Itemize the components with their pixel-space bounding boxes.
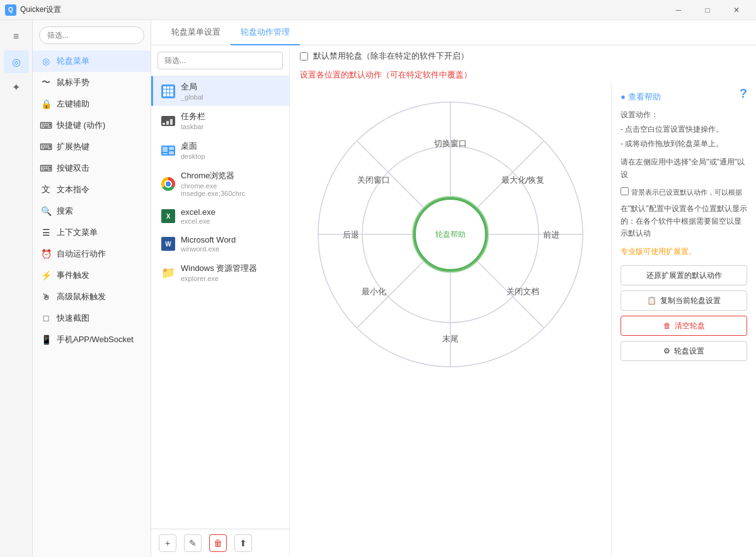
app-search-input[interactable] — [158, 52, 283, 69]
sidebar-item-label: 搜索 — [57, 205, 73, 217]
sidebar-item-label: 上下文菜单 — [57, 227, 98, 238]
sidebar-item-label: 快捷键 (动作) — [57, 120, 105, 131]
app-item-name: Windows 资源管理器 — [181, 263, 282, 274]
app-item-sub: explorer.exe — [181, 275, 282, 282]
app-item-name: 桌面 — [181, 141, 282, 152]
app-item-global[interactable]: 全局 _global — [151, 76, 289, 106]
app-item-sub: chrome.exe msedge.exe;360chrc — [181, 182, 282, 197]
svg-text:切换窗口: 切换窗口 — [434, 139, 467, 148]
copy-settings-button[interactable]: 📋 复制当前轮盘设置 — [621, 290, 747, 311]
sidebar-item-shortcuts[interactable]: ⌨ 快捷键 (动作) — [33, 115, 151, 136]
svg-rect-7 — [169, 151, 174, 154]
sidebar-item-mouse-gesture[interactable]: 〜 鼠标手势 — [33, 72, 151, 93]
app-item-name: Chrome浏览器 — [181, 170, 282, 181]
tabs-bar: 轮盘菜单设置 轮盘动作管理 — [151, 20, 756, 45]
wheel-header: 默认禁用轮盘（除非在特定的软件下开启） — [290, 45, 756, 67]
sidebar-item-screenshot[interactable]: □ 快速截图 — [33, 307, 151, 329]
center-area: 默认禁用轮盘（除非在特定的软件下开启） 设置各位置的默认动作（可在特定软件中覆盖… — [290, 45, 756, 557]
sidebar-item-event-trigger[interactable]: ⚡ 事件触发 — [33, 265, 151, 286]
app-item-sub: winword.exe — [181, 245, 282, 253]
bg-checkbox[interactable] — [621, 187, 629, 195]
context-menu-icon: ☰ — [40, 227, 52, 238]
app-item-taskbar[interactable]: 任务栏 taskbar — [151, 106, 289, 135]
app-search-container — [151, 45, 289, 76]
tab-content: 全局 _global — [151, 45, 756, 557]
nav-items-list: ◎ 轮盘菜单 〜 鼠标手势 🔒 左键辅助 ⌨ 快捷键 (动作) ⌨ 扩展热键 ⌨ — [33, 50, 151, 557]
window-controls: ─ □ ✕ — [664, 0, 751, 20]
ext-hotkey-icon: ⌨ — [40, 141, 52, 152]
svg-text:关闭窗口: 关闭窗口 — [357, 175, 390, 185]
sidebar-item-label: 扩展热键 — [57, 141, 89, 152]
app-panel: 全局 _global — [151, 45, 290, 557]
sidebar-item-label: 事件触发 — [57, 270, 89, 281]
add-app-button[interactable]: + — [159, 534, 176, 552]
app-item-sub: _global — [181, 93, 282, 101]
svg-text:后退: 后退 — [343, 230, 359, 239]
iconbar-filter[interactable]: ≡ — [4, 25, 29, 48]
export-app-button[interactable]: ⬆ — [234, 534, 252, 552]
wheel-settings-button[interactable]: ⚙ 轮盘设置 — [621, 341, 747, 361]
svg-text:前进: 前进 — [543, 230, 559, 239]
delete-app-button[interactable]: 🗑 — [209, 534, 227, 552]
sidebar-item-label: 鼠标手势 — [57, 77, 89, 88]
sidebar-item-label: 文本指令 — [57, 184, 89, 195]
window-title: Quicker设置 — [20, 4, 664, 15]
word-icon: W — [161, 236, 176, 251]
sidebar-item-double-key[interactable]: ⌨ 按键双击 — [33, 158, 151, 179]
iconbar-wheel[interactable]: ◎ — [4, 50, 29, 73]
taskbar-icon — [161, 113, 176, 129]
pro-text[interactable]: 专业版可使用扩展置。 — [621, 246, 747, 258]
svg-rect-1 — [163, 123, 165, 125]
help-section: 设置动作： - 点击空白位置设置快捷操作。 - 或将动作拖放到轮盘菜单上。 — [621, 109, 747, 151]
sidebar-item-ext-hotkey[interactable]: ⌨ 扩展热键 — [33, 136, 151, 158]
svg-text:末尾: 末尾 — [442, 334, 459, 343]
default-note-section: 在"默认"配置中设置各个位置默认显示的：在各个软件中根据需要留空以显示默认动 — [621, 203, 747, 239]
restore-defaults-button[interactable]: 还原扩展置的默认动作 — [621, 265, 747, 285]
mouse-gesture-icon: 〜 — [40, 77, 52, 88]
app-item-sub: desktop — [181, 152, 282, 160]
app-item-desktop[interactable]: 桌面 desktop — [151, 135, 289, 165]
help-circle-icon: ● — [621, 91, 626, 104]
sidebar-item-adv-mouse[interactable]: 🖱 高级鼠标触发 — [33, 286, 151, 307]
app-item-explorer[interactable]: 📁 Windows 资源管理器 explorer.exe — [151, 258, 289, 287]
app-item-excel[interactable]: X excel.exe excel.exe — [151, 202, 289, 230]
titlebar: Q Quicker设置 ─ □ ✕ — [0, 0, 756, 20]
sidebar-item-search[interactable]: 🔍 搜索 — [33, 200, 151, 222]
edit-app-button[interactable]: ✎ — [184, 534, 202, 552]
tab-wheel-menu-settings[interactable]: 轮盘菜单设置 — [161, 20, 231, 45]
sidebar-item-text-cmd[interactable]: 文 文本指令 — [33, 179, 151, 200]
minimize-button[interactable]: ─ — [664, 0, 693, 20]
sidebar-item-label: 手机APP/WebSocket — [57, 334, 134, 345]
disable-wheel-checkbox[interactable] — [300, 52, 308, 60]
sidebar-item-label: 按键双击 — [57, 163, 89, 174]
tab-wheel-action-mgmt[interactable]: 轮盘动作管理 — [231, 20, 300, 45]
sidebar-item-wheel-menu[interactable]: ◎ 轮盘菜单 — [33, 50, 151, 72]
copy-icon: 📋 — [647, 296, 656, 305]
svg-rect-5 — [163, 147, 168, 152]
maximize-button[interactable]: □ — [693, 0, 722, 20]
nav-search-container — [33, 20, 151, 50]
nav-search-input[interactable] — [39, 26, 144, 44]
svg-text:关闭文档: 关闭文档 — [507, 287, 539, 296]
info-panel: ? ● 查看帮助 设置动作： - 点击空白位置设置快捷操作。 - 或将动作拖放到… — [611, 83, 756, 557]
sidebar-item-mobile-app[interactable]: 📱 手机APP/WebSocket — [33, 329, 151, 350]
clear-wheel-button[interactable]: 🗑 清空轮盘 — [621, 316, 747, 336]
auto-run-icon: ⏰ — [40, 248, 52, 260]
mobile-app-icon: 📱 — [40, 334, 52, 345]
help-link[interactable]: ● 查看帮助 — [621, 91, 747, 104]
wheel-subtitle: 设置各位置的默认动作（可在特定软件中覆盖） — [290, 67, 482, 83]
sidebar-item-left-assist[interactable]: 🔒 左键辅助 — [33, 93, 151, 115]
close-button[interactable]: ✕ — [722, 0, 751, 20]
app-item-chrome[interactable]: Chrome浏览器 chrome.exe msedge.exe;360chrc — [151, 165, 289, 202]
explorer-icon: 📁 — [161, 265, 176, 280]
sidebar-item-auto-run[interactable]: ⏰ 自动运行动作 — [33, 243, 151, 265]
main-layout: ≡ ◎ ✦ ◎ 轮盘菜单 〜 鼠标手势 🔒 左键辅助 ⌨ 快捷键 (动作) — [0, 20, 756, 557]
app-icon: Q — [5, 4, 16, 16]
app-item-word[interactable]: W Microsoft Word winword.exe — [151, 230, 289, 258]
iconbar-settings[interactable]: ✦ — [4, 76, 29, 98]
content-area: 轮盘菜单设置 轮盘动作管理 — [151, 20, 756, 557]
sidebar-item-context-menu[interactable]: ☰ 上下文菜单 — [33, 222, 151, 243]
help-question-icon[interactable]: ? — [740, 83, 747, 103]
event-trigger-icon: ⚡ — [40, 270, 52, 281]
clear-icon: 🗑 — [663, 321, 671, 330]
